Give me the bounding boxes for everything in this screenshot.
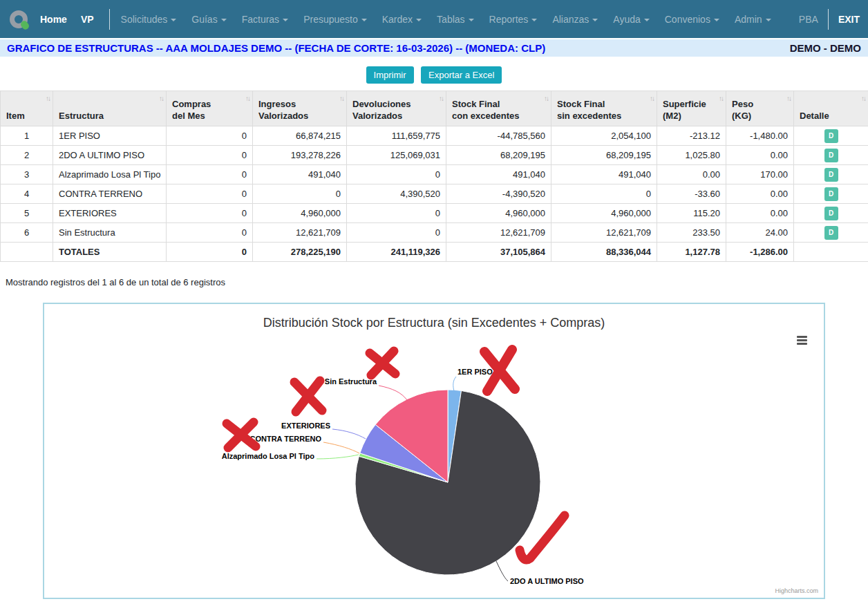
nav-menu-tablas[interactable]: Tablas xyxy=(437,14,473,25)
cell-kg: 0.00 xyxy=(726,184,794,204)
cell-con-excedentes: 4,960,000 xyxy=(446,204,551,223)
cell-estructura: Alzaprimado Losa Pl Tipo xyxy=(53,165,167,184)
cell-kg: 170.00 xyxy=(726,165,794,184)
nav-menus: SolicitudesGuíasFacturasPresupuestoKarde… xyxy=(121,14,786,25)
cell-estructura: 2DO A ULTIMO PISO xyxy=(53,146,167,165)
detail-button[interactable]: D xyxy=(824,187,838,201)
nav-item-home[interactable]: Home xyxy=(40,14,67,25)
cell-del-mes: 0 xyxy=(167,204,253,223)
export-excel-button[interactable]: Exportar a Excel xyxy=(421,66,502,84)
records-info: Mostrando registros del 1 al 6 de un tot… xyxy=(6,277,868,287)
cell-sin-excedentes: 4,960,000 xyxy=(551,204,657,223)
sort-icon xyxy=(719,95,723,102)
cell-item: 4 xyxy=(1,184,53,204)
column-header-devoluciones-valorizados[interactable]: DevolucionesValorizados xyxy=(347,91,446,126)
table-header-row: ItemEstructuraComprasdel MesIngresosValo… xyxy=(1,91,868,126)
total-cell: 241,119,326 xyxy=(347,243,446,262)
column-header-superficie-m2[interactable]: Superficie(M2) xyxy=(657,91,726,126)
chart-container: Distribución Stock por Estructura (sin E… xyxy=(43,303,825,599)
column-header-item[interactable]: Item xyxy=(1,91,53,126)
nav-menu-admin[interactable]: Admin xyxy=(735,14,771,25)
detail-button[interactable]: D xyxy=(824,226,838,240)
total-cell: 37,105,864 xyxy=(446,243,551,262)
table-row: 5EXTERIORES04,960,00004,960,0004,960,000… xyxy=(1,204,868,223)
sort-icon xyxy=(46,95,50,102)
chevron-down-icon xyxy=(469,19,474,21)
label-connector-exteriores xyxy=(332,429,366,439)
total-cell: 278,225,190 xyxy=(253,243,347,262)
column-header-stock-final-con-excedentes[interactable]: Stock Finalcon excedentes xyxy=(446,91,551,126)
sort-icon xyxy=(439,95,443,102)
total-cell: TOTALES xyxy=(53,243,167,262)
column-header-detalle[interactable]: Detalle xyxy=(794,91,868,126)
column-header-peso-kg[interactable]: Peso(KG) xyxy=(726,91,794,126)
sort-icon xyxy=(861,95,865,102)
nav-menu-guias[interactable]: Guías xyxy=(191,14,226,25)
nav-menu-solicitudes[interactable]: Solicitudes xyxy=(121,14,177,25)
cell-del-mes: 0 xyxy=(167,184,253,204)
cell-m2: 115.20 xyxy=(657,204,726,223)
column-header-compras-del-mes[interactable]: Comprasdel Mes xyxy=(167,91,253,126)
cell-con-excedentes: 491,040 xyxy=(446,165,551,184)
cell-m2: -213.12 xyxy=(657,126,726,146)
cell-valorizados: 111,659,775 xyxy=(347,126,446,146)
chevron-down-icon xyxy=(531,19,537,21)
structures-table: ItemEstructuraComprasdel MesIngresosValo… xyxy=(0,91,868,262)
cell-del-mes: 0 xyxy=(167,223,253,243)
nav-user-label: PBA xyxy=(799,14,818,25)
pie-label-contra-terreno: CONTRA TERRENO xyxy=(250,435,322,443)
pie-label-exteriores: EXTERIORES xyxy=(281,422,330,430)
detail-button[interactable]: D xyxy=(824,168,838,182)
cell-estructura: CONTRA TERRENO xyxy=(53,184,167,204)
label-connector-sin-estructura xyxy=(379,386,407,400)
table-row: 4CONTRA TERRENO004,390,520-4,390,5200-33… xyxy=(1,184,868,204)
nav-exit-link[interactable]: EXIT xyxy=(838,14,860,25)
nav-menu-kardex[interactable]: Kardex xyxy=(382,14,422,25)
detail-button[interactable]: D xyxy=(824,207,838,220)
cell-valorizados: 0 xyxy=(347,223,446,243)
label-connector-1er-piso xyxy=(453,377,456,391)
chevron-down-icon xyxy=(592,19,598,21)
nav-menu-facturas[interactable]: Facturas xyxy=(242,14,288,25)
cell-con-excedentes: -44,785,560 xyxy=(446,126,551,146)
nav-menu-convenios[interactable]: Convenios xyxy=(665,14,719,25)
cell-m2: 1,025.80 xyxy=(657,146,726,165)
cell-kg: 0.00 xyxy=(726,204,794,223)
chevron-down-icon xyxy=(644,19,650,21)
cell-del-mes: 0 xyxy=(167,146,253,165)
total-cell: 88,336,044 xyxy=(551,243,657,262)
cell-estructura: Sin Estructura xyxy=(53,223,167,243)
cell-item: 3 xyxy=(1,165,53,184)
cell-con-excedentes: 68,209,195 xyxy=(446,146,551,165)
label-connector-alzaprimado-losa-pl-tipo xyxy=(317,455,359,459)
highcharts-credit[interactable]: Highcharts.com xyxy=(775,587,818,594)
cell-detalle: D xyxy=(794,165,868,184)
sort-icon xyxy=(159,95,163,102)
cell-valorizados: 125,069,031 xyxy=(347,146,446,165)
page-header: GRAFICO DE ESTRUCTURAS -- AAA MOLDAJES D… xyxy=(0,39,868,57)
nav-item-vp[interactable]: VP xyxy=(81,14,94,25)
nav-menu-ayuda[interactable]: Ayuda xyxy=(613,14,649,25)
app-logo-icon[interactable] xyxy=(10,10,28,28)
detail-button[interactable]: D xyxy=(824,149,838,162)
column-header-estructura[interactable]: Estructura xyxy=(53,91,167,126)
nav-menu-alianzas[interactable]: Alianzas xyxy=(552,14,598,25)
nav-menu-reportes[interactable]: Reportes xyxy=(489,14,538,25)
nav-menu-presupuesto[interactable]: Presupuesto xyxy=(303,14,367,25)
cell-kg: 0.00 xyxy=(726,146,794,165)
cell-m2: 0.00 xyxy=(657,165,726,184)
detail-button[interactable]: D xyxy=(824,129,838,143)
print-button[interactable]: Imprimir xyxy=(366,66,414,84)
cell-valorizados: 0 xyxy=(253,184,347,204)
company-user-label: DEMO - DEMO xyxy=(790,42,861,54)
column-header-ingresos-valorizados[interactable]: IngresosValorizados xyxy=(253,91,347,126)
nav-divider xyxy=(109,9,110,30)
cell-sin-excedentes: 12,621,709 xyxy=(551,223,657,243)
sort-icon xyxy=(786,95,791,102)
cell-valorizados: 193,278,226 xyxy=(253,146,347,165)
label-connector-contra-terreno xyxy=(323,442,359,453)
column-header-stock-final-sin-excedentes[interactable]: Stock Finalsin excedentes xyxy=(551,91,657,126)
chevron-down-icon xyxy=(361,19,367,21)
cell-item: 6 xyxy=(1,223,53,243)
cell-del-mes: 0 xyxy=(167,126,253,146)
